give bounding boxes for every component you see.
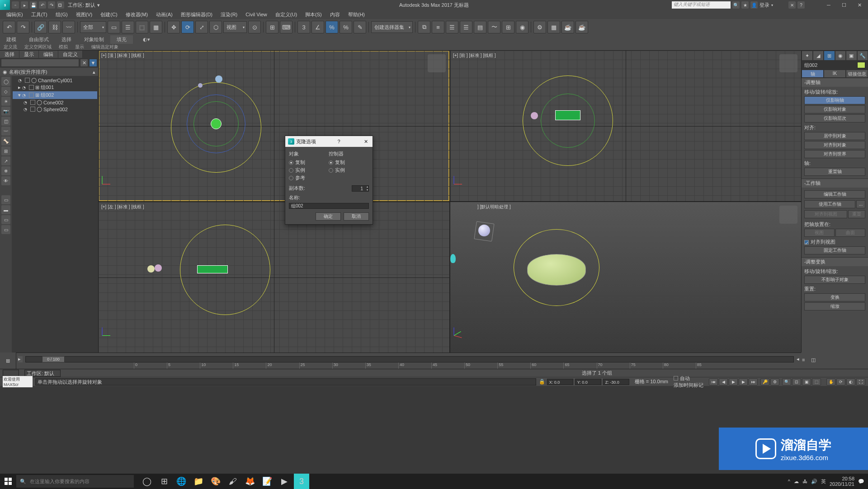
dialog-close-button[interactable]: ✕ (362, 139, 370, 145)
menu-animation[interactable]: 动画(A) (152, 10, 176, 19)
viewport-label[interactable]: [+] [顶 ] [标准 ] [线框 ] (101, 52, 144, 59)
time-slider-thumb[interactable]: 0 / 100 (42, 356, 65, 362)
menu-create[interactable]: 创建(C) (97, 10, 121, 19)
ribbon-defidle[interactable]: 定义空闲区域 (21, 43, 55, 51)
tray-vol-icon[interactable]: 🔊 (811, 479, 817, 484)
explorer-search-input[interactable] (1, 59, 79, 67)
filter-xref-icon[interactable]: ↗ (1, 156, 10, 165)
select-button[interactable]: ▭ (108, 21, 120, 33)
keyboard-shortcut-button[interactable]: ⌨ (280, 21, 292, 33)
tree-item-group002[interactable]: ▾◔⊞组002 (13, 91, 97, 99)
dialog-titlebar[interactable]: 3 克隆选项 ? ✕ (285, 136, 373, 147)
ribbon-editsel[interactable]: 编辑选定对象 (88, 43, 122, 51)
wp-fixed-button[interactable]: 固定工作轴 (804, 246, 865, 254)
viewport-label[interactable]: [+] [前 ] [标准 ] [线框 ] (453, 52, 496, 59)
viewport-label[interactable]: [+] [左 ] [标准 ] [线框 ] (101, 204, 144, 210)
viewport-perspective[interactable]: ] [默认明暗处理 ] (450, 202, 801, 353)
tray-up-icon[interactable]: ^ (788, 479, 790, 484)
rotate-button[interactable]: ⟳ (181, 21, 194, 33)
ctrl-copy-radio[interactable]: 复制 (329, 159, 367, 166)
qat-redo-icon[interactable]: ↷ (48, 1, 55, 9)
hierarchy-ik-tab[interactable]: IK (824, 70, 846, 78)
copies-spinner[interactable]: 1 (352, 185, 369, 192)
wp-place-view-button[interactable]: 视图 (804, 229, 835, 237)
edge-app-icon[interactable]: 🌐 (174, 474, 189, 489)
viewport-label[interactable]: ] [默认明暗处理 ] (477, 204, 511, 210)
ime-indicator[interactable]: 英 (821, 478, 826, 485)
clone-instance-radio[interactable]: 实例 (289, 167, 327, 174)
ribbon-selection[interactable]: 选择 (55, 35, 78, 44)
dialog-help-button[interactable]: ? (335, 139, 343, 144)
ribbon-objpaint[interactable]: 对象绘制 (78, 35, 110, 44)
app-icon-4[interactable]: ▶ (277, 474, 292, 489)
filter-helper-icon[interactable]: ◫ (1, 117, 10, 126)
explorer-app-icon[interactable]: 📁 (191, 474, 206, 489)
viewport-front[interactable]: [+] [前 ] [标准 ] [线框 ] (450, 51, 801, 201)
explorer-tab-display[interactable]: 显示 (19, 51, 39, 58)
menu-edit[interactable]: 编辑(E) (3, 10, 27, 19)
qat-open-icon[interactable]: ▸ (21, 1, 28, 9)
coord-z[interactable]: Z: -30.0 (603, 379, 629, 385)
affect-object-button[interactable]: 仅影响对象 (804, 105, 865, 113)
explorer-sort-header[interactable]: ◉ 名称(按升序排序) ▴ (0, 68, 98, 76)
wp-place-surface-button[interactable]: 曲面 (835, 229, 866, 237)
workspace-selector[interactable]: 工作区: 默认 ▾ (68, 2, 100, 9)
ribbon-display[interactable]: 显示 (71, 43, 88, 51)
3dsmax-app-icon[interactable]: 3 (294, 474, 309, 489)
schematic-button[interactable]: ⊞ (502, 21, 514, 33)
undo-button[interactable]: ↶ (3, 21, 15, 33)
viewcube-icon[interactable] (428, 54, 446, 72)
menu-tools[interactable]: 工具(T) (28, 10, 51, 19)
clone-copy-radio[interactable]: 复制 (289, 159, 327, 166)
material-button[interactable]: ◉ (516, 21, 528, 33)
pivot-center-button[interactable]: ⊙ (248, 21, 261, 33)
rollout-adjust-pivot[interactable]: - 调整轴 (802, 78, 868, 87)
manipulate-button[interactable]: ⊞ (266, 21, 278, 33)
anim-prev-button[interactable]: ◀ (719, 378, 728, 386)
clock-time[interactable]: 20:58 (830, 476, 854, 481)
zoom-button[interactable]: 🔍 (782, 378, 791, 386)
login-label[interactable]: 登录 (760, 2, 769, 9)
timeline-ruler[interactable]: 0 5 10 15 20 25 30 35 40 45 50 55 60 65 … (134, 362, 729, 369)
filter-a-icon[interactable]: ▭ (1, 195, 10, 204)
select-name-button[interactable]: ☰ (122, 21, 134, 33)
minimize-button[interactable]: ─ (822, 0, 835, 9)
star-icon[interactable]: ★ (741, 1, 749, 9)
lock-icon[interactable]: 🔒 (539, 379, 545, 385)
qat-undo-icon[interactable]: ↶ (39, 1, 46, 9)
tree-item-cone002[interactable]: ◔◯Cone002 (13, 99, 97, 106)
hierarchy-pivot-tab[interactable]: 轴 (802, 70, 824, 78)
coord-y[interactable]: Y: 0.0 (575, 379, 601, 385)
app-logo[interactable]: 3 (0, 0, 10, 10)
wp-align-view-button[interactable]: 对齐到视图 (804, 210, 847, 218)
menu-civilview[interactable]: Civil View (242, 11, 270, 18)
render-button[interactable]: ☕ (561, 21, 574, 33)
hierarchy-link-tab[interactable]: 链接信息 (846, 70, 868, 78)
time-config-button[interactable]: ⚙ (770, 378, 779, 386)
menu-group[interactable]: 组(G) (52, 10, 71, 19)
help-search-input[interactable]: 键入关键字或短语 (672, 1, 731, 9)
tree-item-sphere002[interactable]: ◔◯Sphere002 (13, 106, 97, 113)
filter-group-icon[interactable]: ⊞ (1, 146, 10, 155)
affect-hierarchy-button[interactable]: 仅影响层次 (804, 114, 865, 122)
time-slider[interactable]: 0 / 100 (25, 356, 794, 362)
viewport-left[interactable]: [+] [左 ] [标准 ] [线框 ] (99, 202, 449, 353)
reset-xform-button[interactable]: 变换 (804, 293, 865, 301)
clone-reference-radio[interactable]: 参考 (289, 174, 327, 181)
align-button[interactable]: ≡ (432, 21, 444, 33)
maximize-viewport-button[interactable]: ⛶ (856, 378, 865, 386)
align-to-object-button[interactable]: 对齐到对象 (804, 141, 865, 149)
ribbon-defflow[interactable]: 定义流 (0, 43, 21, 51)
align-to-world-button[interactable]: 对齐到世界 (804, 150, 865, 158)
rollout-adjust-xform[interactable]: - 调整变换 (802, 258, 868, 266)
firefox-app-icon[interactable]: 🦊 (242, 474, 258, 489)
anim-next-button[interactable]: ▶ (739, 378, 748, 386)
pan-button[interactable]: ✋ (826, 378, 835, 386)
zoom-extents-button[interactable]: ▣ (802, 378, 811, 386)
anim-gotostart-button[interactable]: ⏮ (709, 378, 718, 386)
snap-button[interactable]: 3 (297, 21, 310, 33)
clock-date[interactable]: 2020/11/21 (830, 481, 854, 487)
mirror-button[interactable]: ⧉ (418, 21, 430, 33)
spinner-snap-button[interactable]: % (340, 21, 352, 33)
menu-modifiers[interactable]: 修改器(M) (122, 10, 152, 19)
